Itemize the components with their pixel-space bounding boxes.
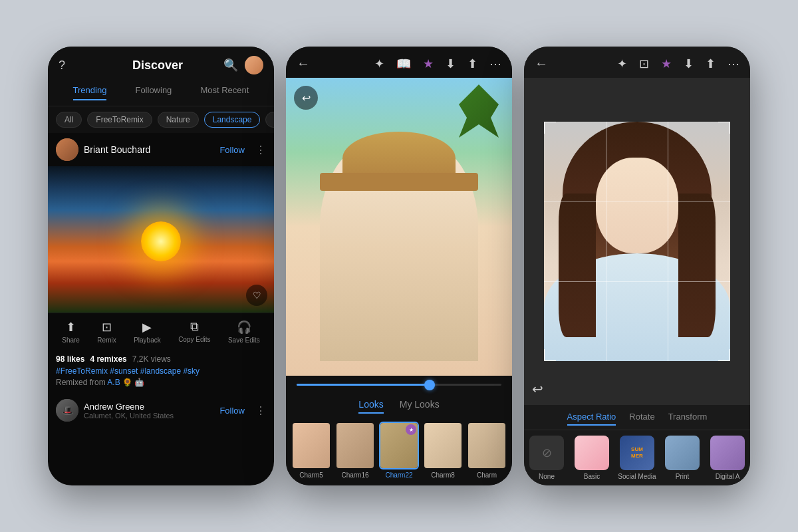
filter-nature[interactable]: Nature — [158, 112, 199, 128]
tab-rotate[interactable]: Rotate — [629, 412, 654, 426]
crop-download-icon[interactable]: ⬇ — [684, 57, 694, 71]
crop-corner-br[interactable] — [718, 349, 730, 361]
post1-follow-btn[interactable]: Follow — [219, 145, 245, 155]
aspect-digital[interactable]: Digital A — [705, 436, 750, 480]
look-thumb-charm8 — [423, 422, 463, 469]
looks-header-icons: ✦ 📖 ★ ⬇ ⬆ ⋯ — [374, 57, 501, 71]
look-charm16[interactable]: Charm16 — [335, 422, 375, 479]
phones-container: ? Discover 🔍 Trending Following Most Rec… — [48, 47, 750, 485]
aspect-thumb-none: ⊘ — [529, 436, 564, 470]
user-avatar[interactable] — [245, 56, 263, 74]
crop-star-icon[interactable]: ★ — [661, 57, 672, 71]
playback-label: Playback — [134, 336, 161, 344]
tab-transform[interactable]: Transform — [668, 412, 708, 426]
looks-tab-my-looks[interactable]: My Looks — [400, 399, 440, 414]
looks-star-icon[interactable]: ★ — [423, 57, 434, 71]
playback-action[interactable]: ▶ Playback — [134, 320, 161, 344]
post2-user-info: Andrew Greene Calumet, OK, United States — [84, 402, 214, 420]
save-edits-label: Save Edits — [228, 336, 260, 344]
tab-most-recent[interactable]: Most Recent — [200, 85, 249, 100]
aspect-label-print: Print — [676, 473, 690, 480]
aspect-label-basic: Basic — [584, 473, 600, 480]
copy-edits-icon: ⧉ — [190, 320, 199, 334]
looks-magic-icon[interactable]: ✦ — [374, 57, 384, 71]
look-charm8[interactable]: Charm8 — [423, 422, 463, 479]
crop-back-btn[interactable]: ← — [535, 56, 548, 71]
aspect-print[interactable]: Print — [660, 436, 705, 480]
save-edits-action[interactable]: 🎧 Save Edits — [228, 320, 260, 344]
copy-edits-action[interactable]: ⧉ Copy Edits — [178, 320, 210, 344]
look-thumb-charm22: ★ — [379, 422, 419, 469]
views-count: 7,2K views — [132, 354, 171, 364]
header-right-icons: 🔍 — [223, 56, 263, 74]
filter-freetoremix[interactable]: FreeToRemix — [87, 112, 152, 128]
crop-more-icon[interactable]: ⋯ — [728, 57, 739, 71]
post2-user-row: 🎩 Andrew Greene Calumet, OK, United Stat… — [48, 394, 274, 427]
looks-book-icon[interactable]: 📖 — [396, 57, 411, 71]
crop-undo-btn[interactable]: ↩ — [532, 381, 543, 397]
aspect-social-media[interactable]: SUMMER Social Media — [614, 436, 660, 480]
look-charm5[interactable]: Charm5 — [291, 422, 331, 479]
looks-header: ← ✦ 📖 ★ ⬇ ⬆ ⋯ — [286, 47, 512, 78]
looks-undo-btn[interactable]: ↩ — [294, 86, 318, 110]
discover-header: ? Discover 🔍 — [48, 47, 274, 80]
post1-tags[interactable]: #FreeToRemix #sunset #landscape #sky — [56, 366, 266, 376]
post1-more-icon[interactable]: ⋮ — [255, 144, 266, 156]
post2-username[interactable]: Andrew Greene — [84, 402, 214, 412]
remix-action[interactable]: ⊡ Remix — [97, 320, 116, 344]
crop-grid — [544, 122, 730, 361]
looks-slider[interactable] — [297, 384, 501, 386]
crop-share-icon[interactable]: ⬆ — [706, 57, 716, 71]
looks-share-icon[interactable]: ⬆ — [467, 57, 477, 71]
aspect-basic[interactable]: Basic — [569, 436, 614, 480]
aspect-label-social: Social Media — [618, 473, 656, 480]
looks-back-btn[interactable]: ← — [297, 56, 310, 71]
post1-username[interactable]: Briant Bouchard — [84, 144, 214, 155]
post2-avatar[interactable]: 🎩 — [56, 399, 78, 422]
post2-follow-btn[interactable]: Follow — [219, 406, 245, 416]
tab-aspect-ratio[interactable]: Aspect Ratio — [567, 412, 616, 426]
phone-crop-editor: ← ✦ ⊡ ★ ⬇ ⬆ ⋯ — [524, 47, 750, 485]
remix-icon: ⊡ — [102, 320, 112, 334]
phone-looks-editor: ← ✦ 📖 ★ ⬇ ⬆ ⋯ ↩ — [286, 47, 512, 485]
remixed-user[interactable]: A.B — [107, 378, 120, 387]
look-label-charm22: Charm22 — [385, 471, 412, 479]
slider-thumb[interactable] — [424, 380, 435, 390]
filter-all[interactable]: All — [56, 112, 82, 128]
filter-landscape[interactable]: Landscape — [204, 112, 261, 128]
share-action[interactable]: ⬆ Share — [62, 320, 80, 344]
likes-count: 98 likes — [56, 354, 84, 364]
crop-corner-tr[interactable] — [718, 122, 730, 134]
tab-trending[interactable]: Trending — [73, 85, 107, 100]
looks-tab-looks[interactable]: Looks — [358, 399, 383, 414]
looks-more-icon[interactable]: ⋯ — [489, 57, 501, 71]
crop-corner-bl[interactable] — [544, 349, 556, 361]
search-icon[interactable]: 🔍 — [223, 58, 238, 72]
looks-download-icon[interactable]: ⬇ — [446, 57, 456, 71]
copy-edits-label: Copy Edits — [178, 336, 210, 343]
digital-preview — [710, 436, 745, 470]
aspect-tabs: Aspect Ratio Rotate Transform — [524, 405, 750, 430]
aspect-thumb-digital — [710, 436, 745, 470]
look-charm-extra[interactable]: Charm — [467, 422, 507, 479]
looks-tab-row: Looks My Looks — [286, 394, 512, 418]
aspect-none[interactable]: ⊘ None — [524, 436, 569, 480]
tab-following[interactable]: Following — [135, 85, 172, 100]
look-thumb-charm16 — [335, 422, 375, 469]
share-label: Share — [62, 336, 80, 344]
help-icon[interactable]: ? — [59, 59, 65, 72]
post1-avatar[interactable] — [56, 138, 78, 161]
crop-magic-icon[interactable]: ✦ — [617, 57, 627, 71]
share-icon: ⬆ — [66, 320, 76, 334]
looks-photo-area: ↩ — [286, 78, 512, 376]
aspect-label-digital: Digital A — [716, 473, 740, 480]
post1-heart-btn[interactable]: ♡ — [246, 285, 267, 306]
crop-photo-area: ↩ — [524, 78, 750, 405]
crop-corner-tl[interactable] — [544, 122, 556, 134]
crop-layout-icon[interactable]: ⊡ — [639, 57, 649, 71]
look-charm22[interactable]: ★ Charm22 — [379, 422, 419, 479]
post1-user-row: Briant Bouchard Follow ⋮ — [48, 133, 274, 166]
filter-travel[interactable]: Travel — [265, 112, 274, 128]
post1-image: ♡ — [48, 166, 274, 313]
post2-more-icon[interactable]: ⋮ — [255, 404, 266, 417]
